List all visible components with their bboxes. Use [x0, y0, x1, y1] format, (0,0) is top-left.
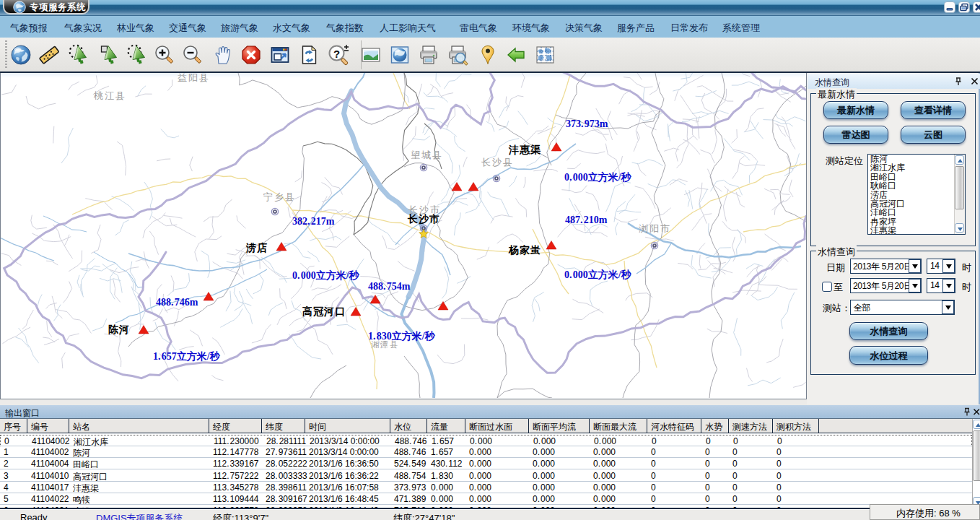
- svg-text:涝店: 涝店: [245, 242, 268, 254]
- svg-text:益阳县: 益阳县: [178, 73, 210, 83]
- svg-text:陈河: 陈河: [108, 324, 130, 335]
- svg-text:1. 657立方米/秒: 1. 657立方米/秒: [153, 350, 221, 362]
- svg-text:长沙县: 长沙县: [481, 157, 514, 168]
- svg-text:长沙市: 长沙市: [407, 213, 440, 225]
- svg-text:0. 000立方米/秒: 0. 000立方米/秒: [292, 269, 360, 281]
- svg-text:382. 217m: 382. 217m: [292, 216, 335, 227]
- svg-text:0. 000立方米/秒: 0. 000立方米/秒: [564, 171, 632, 183]
- svg-text:1. 830立方米/秒: 1. 830立方米/秒: [368, 330, 436, 342]
- svg-text:488. 746m: 488. 746m: [156, 297, 198, 308]
- svg-text:?: ?: [333, 48, 340, 60]
- svg-text:桃江县: 桃江县: [93, 90, 126, 101]
- svg-text:望城县: 望城县: [411, 150, 443, 160]
- svg-text:高冠河口: 高冠河口: [302, 306, 346, 317]
- svg-text:487. 210m: 487. 210m: [565, 214, 608, 225]
- svg-text:488. 754m: 488. 754m: [368, 281, 411, 292]
- svg-text:373. 973m: 373. 973m: [566, 118, 608, 129]
- svg-text:0. 000立方米/秒: 0. 000立方米/秒: [564, 269, 632, 280]
- svg-text:宁乡县: 宁乡县: [263, 191, 296, 202]
- svg-text:杨家蚩: 杨家蚩: [508, 244, 541, 256]
- svg-text:沣惠渠: 沣惠渠: [508, 144, 541, 155]
- svg-text:浏阳市: 浏阳市: [639, 223, 671, 234]
